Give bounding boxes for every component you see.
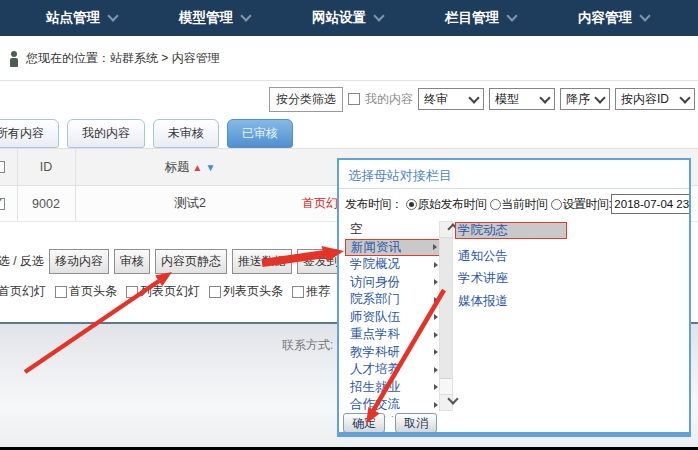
chevron-down-icon xyxy=(373,10,384,21)
chevron-down-icon xyxy=(639,10,650,21)
tab-all-content[interactable]: 所有内容 xyxy=(0,119,59,148)
radio-label[interactable]: 设置时间: xyxy=(563,196,612,213)
flag-checkbox[interactable] xyxy=(209,286,221,298)
select-value: 终审 xyxy=(424,91,448,108)
row-checkbox[interactable] xyxy=(0,198,5,210)
chevron-down-icon xyxy=(107,10,118,21)
list-item-label: 合作交流 xyxy=(350,397,400,411)
cancel-button[interactable]: 取消 xyxy=(395,413,437,433)
publish-time-row: 发布时间： 原始发布时间 当前时间 设置时间: xyxy=(345,194,691,214)
review-button[interactable]: 审核 xyxy=(114,249,150,274)
sort-ascending-icon[interactable]: ▲ xyxy=(193,162,203,173)
radio-label[interactable]: 当前时间 xyxy=(502,196,548,213)
tab-bar: 所有内容 我的内容 未审核 已审核 xyxy=(0,119,293,148)
flag-home-slide[interactable]: 首页幻灯 xyxy=(0,283,46,300)
list-scrollbar[interactable] xyxy=(439,221,453,411)
radio-set-time[interactable] xyxy=(551,199,562,210)
select-invert-link[interactable]: 全选 / 反选 xyxy=(0,253,44,270)
app-window: 站点管理 模型管理 网站设置 栏目管理 内容管理 您现在的位置：站群系统 > 内… xyxy=(0,0,698,450)
scroll-up-button[interactable] xyxy=(440,222,452,238)
filter-select-sort-field[interactable]: 按内容ID xyxy=(615,88,695,110)
sub-column-item[interactable]: 学术讲座 xyxy=(455,267,575,290)
submenu-arrow-icon xyxy=(434,402,438,408)
parent-column-item[interactable]: 学院概况 xyxy=(345,256,441,274)
filter-select-review-status[interactable]: 终审 xyxy=(418,88,484,110)
static-page-button[interactable]: 内容页静态 xyxy=(155,249,227,274)
scrollbar-thumb[interactable] xyxy=(440,238,452,379)
radio-current-time[interactable] xyxy=(490,199,501,210)
flag-list-slide[interactable]: 列表页幻灯 xyxy=(126,283,200,300)
list-item-label: 师资队伍 xyxy=(350,310,400,324)
parent-column-item-news[interactable]: 新闻资讯 xyxy=(345,239,441,257)
parent-column-item[interactable]: 院系部门 xyxy=(345,291,441,309)
nav-item-website-settings[interactable]: 网站设置 xyxy=(312,9,383,27)
tab-reviewed[interactable]: 已审核 xyxy=(227,119,293,148)
parent-column-item[interactable]: 合作交流 xyxy=(345,396,441,414)
sub-column-item-selected[interactable]: 学院动态 xyxy=(455,222,567,239)
push-data-button[interactable]: 推送数据 xyxy=(232,249,292,274)
my-content-checkbox[interactable] xyxy=(348,93,360,105)
nav-item-content-management[interactable]: 内容管理 xyxy=(578,9,649,27)
column-header-title-label: 标题 xyxy=(165,159,190,176)
flag-label: 首页幻灯 xyxy=(0,283,46,300)
list-item-label: 访问身份 xyxy=(350,275,400,289)
flag-checkbox[interactable] xyxy=(55,286,67,298)
nav-item-column-management[interactable]: 栏目管理 xyxy=(445,9,516,27)
parent-column-item[interactable]: 访问身份 xyxy=(345,274,441,292)
tab-my-content[interactable]: 我的内容 xyxy=(67,119,145,148)
list-item-label: 重点学科 xyxy=(350,327,400,341)
sub-column-list: 学院动态 通知公告 学术讲座 媒体报道 xyxy=(455,222,575,312)
parent-column-list: 空 新闻资讯 学院概况 访问身份 院系部门 师资队伍 xyxy=(345,221,441,417)
sub-column-item[interactable]: 媒体报道 xyxy=(455,290,575,313)
chevron-down-icon xyxy=(506,10,517,21)
parent-column-item-empty[interactable]: 空 xyxy=(345,221,441,239)
tab-unreviewed[interactable]: 未审核 xyxy=(153,119,219,148)
parent-column-item[interactable]: 招生就业 xyxy=(345,379,441,397)
nav-item-model-management[interactable]: 模型管理 xyxy=(179,9,250,27)
submenu-arrow-icon xyxy=(433,244,437,250)
nav-item-label: 模型管理 xyxy=(179,9,233,27)
submenu-arrow-icon xyxy=(434,279,438,285)
confirm-button[interactable]: 确定 xyxy=(343,413,385,433)
select-value: 模型 xyxy=(495,91,519,108)
radio-label[interactable]: 原始发布时间 xyxy=(418,196,487,213)
flag-recommend[interactable]: 推荐 xyxy=(292,283,330,300)
filter-select-model[interactable]: 模型 xyxy=(489,88,555,110)
chevron-down-icon xyxy=(679,92,690,103)
radio-original-time[interactable] xyxy=(406,199,417,210)
column-header-title: 标题 ▲ ▼ xyxy=(75,149,305,185)
chevron-down-icon xyxy=(539,92,550,103)
person-icon xyxy=(10,51,18,67)
filter-bar: 按分类筛选 我的内容 终审 模型 降序 按内容ID xyxy=(0,81,698,117)
sort-descending-icon[interactable]: ▼ xyxy=(206,162,216,173)
flag-list-headline[interactable]: 列表页头条 xyxy=(209,283,283,300)
parent-column-item[interactable]: 师资队伍 xyxy=(345,309,441,327)
time-input[interactable] xyxy=(611,194,691,214)
row-title: 测试2 xyxy=(75,186,305,221)
flag-checkbox[interactable] xyxy=(126,286,138,298)
flag-label: 列表页幻灯 xyxy=(140,283,200,300)
sub-column-item[interactable]: 通知公告 xyxy=(455,245,575,268)
select-value: 按内容ID xyxy=(621,91,669,108)
submenu-arrow-icon xyxy=(434,262,438,268)
dialog-buttons: 确定 取消 xyxy=(343,413,437,433)
nav-item-site-management[interactable]: 站点管理 xyxy=(46,9,117,27)
parent-column-item[interactable]: 教学科研 xyxy=(345,344,441,362)
category-filter-button[interactable]: 按分类筛选 xyxy=(269,87,343,112)
parent-column-item[interactable]: 人才培养 xyxy=(345,361,441,379)
publish-time-label: 发布时间： xyxy=(345,196,403,213)
scroll-down-button[interactable] xyxy=(440,394,452,410)
select-parent-column-dialog: 选择母站对接栏目 发布时间： 原始发布时间 当前时间 设置时间: 空 新闻资讯 … xyxy=(337,158,691,437)
flag-home-headline[interactable]: 首页头条 xyxy=(55,283,117,300)
list-item-label: 人才培养 xyxy=(350,362,400,376)
parent-column-item[interactable]: 重点学科 xyxy=(345,326,441,344)
filter-select-sort-order[interactable]: 降序 xyxy=(560,88,610,110)
breadcrumb-bar: 您现在的位置：站群系统 > 内容管理 xyxy=(0,36,698,81)
flag-checkbox[interactable] xyxy=(292,286,304,298)
select-all-checkbox[interactable] xyxy=(0,161,5,173)
my-content-label: 我的内容 xyxy=(365,91,413,108)
nav-item-label: 内容管理 xyxy=(578,9,632,27)
submenu-arrow-icon xyxy=(434,332,438,338)
move-content-button[interactable]: 移动内容 xyxy=(49,249,109,274)
submenu-arrow-icon xyxy=(434,367,438,373)
